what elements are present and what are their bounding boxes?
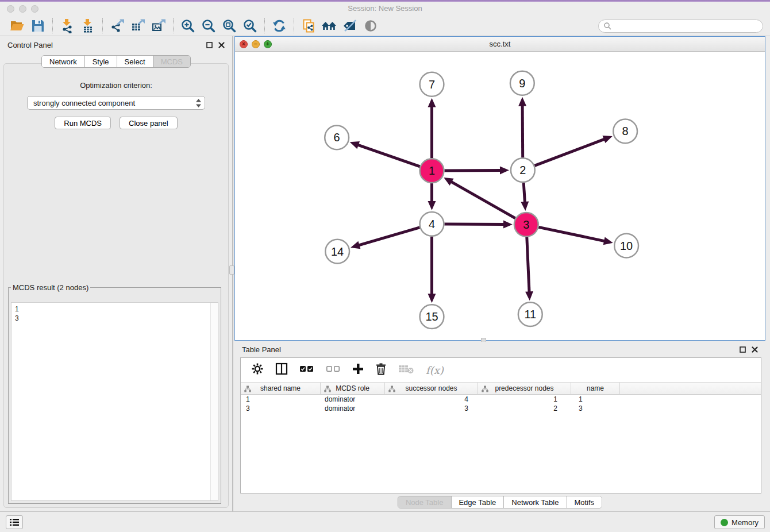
graph-node-label: 1 xyxy=(429,164,435,177)
open-session-icon[interactable] xyxy=(7,17,28,34)
graph-edge[interactable] xyxy=(538,227,605,241)
mcds-result-lines[interactable]: 13 xyxy=(11,302,218,501)
refresh-icon[interactable] xyxy=(269,17,290,34)
column-header-predecessor-nodes[interactable]: predecessor nodes xyxy=(478,383,571,394)
float-table-panel-icon[interactable] xyxy=(740,346,746,353)
delete-column-icon[interactable] xyxy=(375,363,387,377)
table-settings-icon[interactable] xyxy=(251,363,264,377)
save-session-icon[interactable] xyxy=(28,17,48,34)
toolbar-separator xyxy=(173,18,174,33)
graph-svg: 7968124314101511 xyxy=(235,52,765,340)
mcds-panel: Optimization criterion: strongly connect… xyxy=(3,63,229,508)
hierarchy-icon xyxy=(482,385,488,392)
graph-edge[interactable] xyxy=(527,237,529,293)
column-header-mcds-role[interactable]: MCDS role xyxy=(321,383,385,394)
close-panel-icon[interactable] xyxy=(218,42,225,48)
tab-select[interactable]: Select xyxy=(117,56,153,67)
column-layout-icon[interactable] xyxy=(275,363,288,377)
network-title: scc.txt xyxy=(490,40,511,48)
tab-style[interactable]: Style xyxy=(85,56,117,67)
run-mcds-button[interactable]: Run MCDS xyxy=(55,117,111,129)
table-tabs: Node Table Edge Table Network Table Moti… xyxy=(398,496,602,508)
column-header-successor-nodes[interactable]: successor nodes xyxy=(385,383,478,394)
import-network-icon[interactable] xyxy=(57,17,78,34)
graph-node-label: 6 xyxy=(334,131,340,144)
home-layout-icon[interactable] xyxy=(319,17,340,34)
memory-button[interactable]: Memory xyxy=(714,515,765,529)
window-title: Session: New Session xyxy=(0,4,770,13)
graph-node-label: 10 xyxy=(620,240,633,252)
table-cell: 3 xyxy=(385,404,478,413)
graph-edge-arrowhead xyxy=(428,294,436,303)
deselect-all-icon[interactable] xyxy=(326,365,341,375)
graph-node-label: 15 xyxy=(425,310,438,323)
network-close-button[interactable]: × xyxy=(240,40,248,48)
tab-node-table[interactable]: Node Table xyxy=(398,496,452,508)
graph-edge[interactable] xyxy=(523,183,525,203)
export-image-icon[interactable] xyxy=(148,17,169,34)
select-stepper-icon xyxy=(196,99,201,107)
column-header-name[interactable]: name xyxy=(571,383,620,394)
tab-network[interactable]: Network xyxy=(42,56,85,67)
hide-labels-icon[interactable] xyxy=(340,17,360,34)
tab-motifs[interactable]: Motifs xyxy=(567,496,602,508)
hierarchy-icon xyxy=(388,385,395,392)
table-panel-title: Table Panel xyxy=(242,345,281,354)
table-cell: 1 xyxy=(478,395,571,403)
graph-edge-arrowhead xyxy=(525,291,533,300)
graph-edge[interactable] xyxy=(451,182,515,218)
import-table-icon[interactable] xyxy=(78,17,98,34)
toolbar-separator xyxy=(52,18,53,33)
add-column-icon[interactable] xyxy=(352,363,364,377)
float-panel-icon[interactable] xyxy=(206,42,213,48)
duplicate-network-icon[interactable] xyxy=(298,17,319,34)
network-window-titlebar: × − + scc.txt xyxy=(235,37,765,52)
graph-edge-arrowhead xyxy=(602,136,612,143)
table-row[interactable]: 3dominator323 xyxy=(241,404,761,413)
close-panel-button[interactable]: Close panel xyxy=(120,117,178,129)
graph-edge[interactable] xyxy=(357,145,420,167)
criterion-select[interactable]: strongly connected component xyxy=(27,96,205,110)
hierarchy-icon xyxy=(324,385,331,392)
tab-network-table[interactable]: Network Table xyxy=(504,496,567,508)
graph-edge[interactable] xyxy=(534,139,605,166)
network-maximize-button[interactable]: + xyxy=(264,40,272,48)
vertical-splitter-handle[interactable] xyxy=(229,265,234,275)
table-cell: 2 xyxy=(478,404,571,413)
function-builder-icon: f(x) xyxy=(426,364,444,376)
table-cell: 4 xyxy=(385,395,478,403)
export-network-icon[interactable] xyxy=(107,17,128,34)
zoom-out-icon[interactable] xyxy=(198,17,219,34)
search-field[interactable] xyxy=(598,20,763,33)
zoom-selected-icon[interactable] xyxy=(240,17,260,34)
tab-edge-table[interactable]: Edge Table xyxy=(451,496,504,508)
column-header-shared-name[interactable]: shared name xyxy=(241,383,321,394)
toolbar-separator xyxy=(264,18,265,33)
mcds-result-group: MCDS result (2 nodes) 13 xyxy=(8,283,221,504)
close-table-panel-icon[interactable] xyxy=(752,346,758,353)
network-minimize-button[interactable]: − xyxy=(252,40,260,48)
graph-edge[interactable] xyxy=(522,105,523,158)
delete-table-icon xyxy=(398,363,414,377)
task-history-button[interactable] xyxy=(6,515,23,529)
toggle-visibility-icon[interactable] xyxy=(360,17,381,34)
search-icon xyxy=(603,22,611,30)
hierarchy-icon xyxy=(244,385,251,392)
zoom-fit-icon[interactable] xyxy=(219,17,240,34)
graph-edge[interactable] xyxy=(444,170,501,171)
graph-edge-arrowhead xyxy=(350,141,360,149)
main-toolbar xyxy=(0,16,770,36)
control-panel-tabs: Network Style Select MCDS xyxy=(41,55,191,68)
zoom-in-icon[interactable] xyxy=(178,17,198,34)
select-all-icon[interactable] xyxy=(299,365,314,375)
search-input[interactable] xyxy=(611,21,758,30)
result-scrollbar[interactable] xyxy=(210,303,218,500)
export-table-icon[interactable] xyxy=(128,17,148,34)
tab-mcds[interactable]: MCDS xyxy=(153,56,190,67)
table-row[interactable]: 1dominator411 xyxy=(241,395,761,404)
table-cell: 3 xyxy=(241,404,321,413)
network-canvas[interactable]: 7968124314101511 xyxy=(235,52,765,340)
control-panel: Control Panel Network Style Select MCDS … xyxy=(0,36,232,511)
graph-edge[interactable] xyxy=(444,224,505,225)
graph-edge[interactable] xyxy=(358,228,419,245)
